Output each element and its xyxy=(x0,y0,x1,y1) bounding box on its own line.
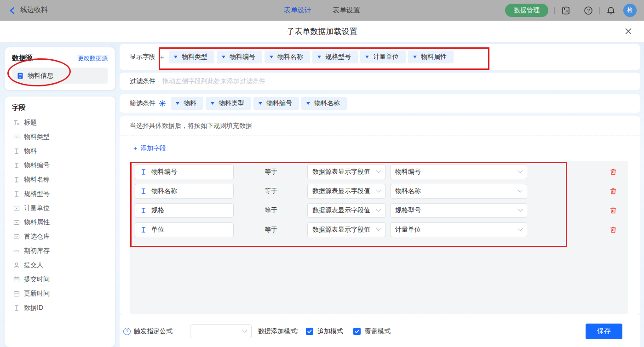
chevron-down-icon xyxy=(376,188,381,193)
rule-value-select[interactable]: 计量单位 xyxy=(390,222,527,237)
caret-down-icon xyxy=(317,56,321,58)
input-icon xyxy=(13,148,20,155)
rule-field-box[interactable]: 规格 xyxy=(135,203,234,218)
mode-checkbox-label: 追加模式 xyxy=(317,327,343,336)
field-tag[interactable]: 物料类型 xyxy=(206,97,251,110)
rule-source-select[interactable]: 数据源表显示字段值 xyxy=(307,203,385,218)
field-tag[interactable]: 物料 xyxy=(171,97,203,110)
field-item[interactable]: 提交时间 xyxy=(12,272,108,286)
tag-label: 物料编号 xyxy=(266,99,292,108)
rule-value-select[interactable]: 物料编号 xyxy=(390,165,527,179)
back-chevron-icon xyxy=(8,6,17,15)
fill-rules-section: 当选择具体数据后，将按如下规则填充数据 + 添加字段 物料编号等于数据源表显示字… xyxy=(120,116,640,315)
add-field-link[interactable]: + 添加字段 xyxy=(133,144,166,153)
field-tag[interactable]: 物料编号 xyxy=(253,97,299,110)
field-tag[interactable]: 规格型号 xyxy=(312,51,358,63)
help-icon[interactable]: ? xyxy=(583,6,593,16)
tag-label: 物料名称 xyxy=(277,53,303,61)
bell-icon[interactable] xyxy=(606,6,616,16)
rule-field-label: 物料名称 xyxy=(151,187,177,195)
gear-icon[interactable] xyxy=(159,100,166,107)
topbar-tabs: 表单设计 表单设置 xyxy=(284,0,360,21)
chevron-down-icon xyxy=(242,327,247,332)
mode-checkboxes: 追加模式覆盖模式 xyxy=(299,327,391,336)
field-item[interactable]: 计量单位 xyxy=(12,201,108,215)
glossary-icon[interactable]: A xyxy=(561,6,571,16)
add-display-field-button[interactable]: + xyxy=(160,53,164,61)
trash-icon[interactable] xyxy=(609,206,617,215)
field-item[interactable]: 物料类型 xyxy=(12,130,108,144)
rule-source-value: 数据源表显示字段值 xyxy=(312,226,370,234)
trash-icon[interactable] xyxy=(609,168,617,176)
mode-checkbox[interactable]: 覆盖模式 xyxy=(353,327,391,336)
fields-title: 字段 xyxy=(12,103,26,111)
input-icon xyxy=(13,162,20,169)
field-item[interactable]: 标题 xyxy=(12,115,108,130)
plus-icon: + xyxy=(133,145,137,152)
field-item-label: 物料编号 xyxy=(24,161,50,170)
field-item[interactable]: 数据ID xyxy=(12,301,108,315)
field-item-label: 计量单位 xyxy=(24,204,50,212)
field-item[interactable]: 物料编号 xyxy=(12,158,108,172)
svg-text:A: A xyxy=(565,9,568,13)
caret-down-icon xyxy=(259,102,262,105)
rule-source-value: 数据源表显示字段值 xyxy=(312,206,370,215)
mode-checkbox[interactable]: 追加模式 xyxy=(306,327,343,336)
field-item[interactable]: 规格型号 xyxy=(12,187,108,201)
field-tag[interactable]: 物料名称 xyxy=(301,97,347,110)
rule-field-box[interactable]: 单位 xyxy=(135,222,234,237)
select-icon xyxy=(13,205,20,212)
text-field-icon xyxy=(140,188,147,195)
field-item[interactable]: 物料名称 xyxy=(12,172,108,187)
field-item[interactable]: 首选仓库 xyxy=(12,229,108,244)
field-tag[interactable]: 物料类型 xyxy=(169,51,214,63)
rule-value-select[interactable]: 规格型号 xyxy=(390,203,527,218)
field-item[interactable]: 提交人 xyxy=(12,258,108,272)
field-tag[interactable]: 物料编号 xyxy=(217,51,262,63)
tag-label: 物料属性 xyxy=(421,53,447,61)
form-name: 线边收料 xyxy=(20,6,48,15)
svg-text:123: 123 xyxy=(13,249,19,253)
save-button[interactable]: 保存 xyxy=(586,324,622,339)
rule-value-value: 物料编号 xyxy=(395,168,421,176)
tab-form-design[interactable]: 表单设计 xyxy=(284,6,311,15)
avatar[interactable]: 检 xyxy=(623,4,637,17)
chevron-down-icon xyxy=(518,207,523,212)
rule-field-box[interactable]: 物料编号 xyxy=(135,165,234,179)
chevron-down-icon xyxy=(376,207,381,212)
rule-field-label: 物料编号 xyxy=(151,168,177,176)
filter-label: 过滤条件 xyxy=(130,77,155,85)
chevron-down-icon xyxy=(518,226,523,231)
select-icon xyxy=(13,219,20,226)
filter-section[interactable]: 过滤条件 拖动左侧字段到此处来添加过滤条件 xyxy=(120,73,640,90)
tag-label: 物料类型 xyxy=(182,53,207,61)
caret-down-icon xyxy=(222,56,225,58)
datasource-item[interactable]: 物料信息 xyxy=(12,68,108,84)
field-tag[interactable]: 计量单位 xyxy=(360,51,406,63)
tab-form-settings[interactable]: 表单设置 xyxy=(333,6,360,15)
field-tag[interactable]: 物料名称 xyxy=(264,51,310,63)
back-nav[interactable]: 线边收料 xyxy=(8,6,48,15)
mode-checkbox-label: 覆盖模式 xyxy=(365,327,391,336)
field-item[interactable]: 物料 xyxy=(12,144,108,158)
datasource-item-label: 物料信息 xyxy=(28,72,53,80)
data-manage-button[interactable]: 数据管理 xyxy=(505,4,548,17)
rule-value-select[interactable]: 物料名称 xyxy=(390,184,527,199)
chevron-down-icon xyxy=(518,168,523,173)
formula-select[interactable] xyxy=(190,324,252,338)
rule-source-select[interactable]: 数据源表显示字段值 xyxy=(307,165,385,179)
rule-field-box[interactable]: 物料名称 xyxy=(135,184,234,199)
field-item[interactable]: 123期初库存 xyxy=(12,244,108,258)
field-item[interactable]: 更新时间 xyxy=(12,286,108,301)
close-icon[interactable] xyxy=(624,27,632,35)
text-field-icon xyxy=(140,207,147,214)
trash-icon[interactable] xyxy=(609,226,617,234)
rule-source-select[interactable]: 数据源表显示字段值 xyxy=(307,184,385,199)
trash-icon[interactable] xyxy=(609,187,617,195)
formula-help-icon[interactable]: ? xyxy=(123,328,131,335)
rule-source-select[interactable]: 数据源表显示字段值 xyxy=(307,222,385,237)
field-tag[interactable]: 物料属性 xyxy=(408,51,454,63)
topbar: 线边收料 表单设计 表单设置 数据管理 A ? 检 xyxy=(0,0,644,21)
field-item[interactable]: 物料属性 xyxy=(12,215,108,229)
change-datasource-link[interactable]: 更改数据源 xyxy=(78,54,108,63)
